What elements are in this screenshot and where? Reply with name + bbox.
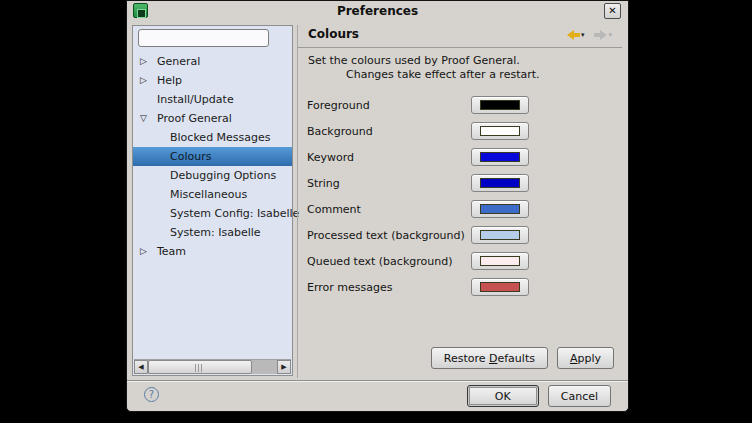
collapse-arrow-icon[interactable]: ▽	[140, 109, 152, 128]
preferences-tree-panel: ▷ General ▷ Help Install/Update ▽ Proof …	[132, 25, 293, 376]
horizontal-scrollbar[interactable]: ◀ ▶	[134, 359, 291, 374]
colour-swatch	[480, 230, 520, 240]
tree-item-general[interactable]: ▷ General	[133, 52, 292, 71]
screen-background: Preferences ✕ ▷ General ▷ Help Install/U…	[0, 0, 752, 423]
scroll-left-icon[interactable]: ◀	[134, 360, 148, 374]
footer-separator	[127, 380, 628, 382]
comment-colour-button[interactable]	[471, 200, 529, 218]
background-colour-button[interactable]	[471, 122, 529, 140]
tree-item-proof-general[interactable]: ▽ Proof General	[133, 109, 292, 128]
expand-arrow-icon[interactable]: ▷	[140, 71, 152, 90]
scrollbar-thumb[interactable]	[148, 360, 252, 374]
restore-defaults-button[interactable]: Restore Defaults	[431, 347, 548, 369]
tree-item-debugging-options[interactable]: Debugging Options	[133, 166, 292, 185]
colour-swatch	[480, 282, 520, 292]
filter-input[interactable]	[138, 29, 269, 47]
page-navigation: ▾ ▾	[567, 30, 612, 40]
scroll-right-icon[interactable]: ▶	[277, 360, 291, 374]
colour-row-keyword: Keyword	[307, 148, 529, 166]
apply-button[interactable]: Apply	[557, 347, 614, 369]
tree-item-system-isabelle[interactable]: System: Isabelle	[133, 223, 292, 242]
expand-arrow-icon[interactable]: ▷	[140, 242, 152, 261]
queued-text-colour-button[interactable]	[471, 252, 529, 270]
back-dropdown-icon[interactable]: ▾	[581, 32, 585, 39]
processed-text-colour-button[interactable]	[471, 226, 529, 244]
help-icon[interactable]: ?	[144, 387, 159, 402]
back-button[interactable]: ▾	[567, 30, 585, 40]
page-title: Colours	[308, 27, 359, 41]
close-icon[interactable]: ✕	[604, 3, 621, 19]
colour-settings-list: Foreground Background Keyword	[307, 96, 529, 304]
app-window-icon	[133, 3, 148, 18]
window-title: Preferences	[127, 1, 628, 21]
ok-button[interactable]: OK	[467, 385, 539, 407]
forward-dropdown-icon[interactable]: ▾	[608, 32, 612, 39]
colour-swatch	[480, 152, 520, 162]
tree-item-blocked-messages[interactable]: Blocked Messages	[133, 128, 292, 147]
colour-row-queued-text: Queued text (background)	[307, 252, 529, 270]
dialog-buttons: OK Cancel	[467, 385, 611, 407]
colour-row-processed-text: Processed text (background)	[307, 226, 529, 244]
forward-button[interactable]: ▾	[594, 30, 612, 40]
error-messages-colour-button[interactable]	[471, 278, 529, 296]
page-action-buttons: Restore Defaults Apply	[431, 347, 614, 369]
colour-swatch	[480, 126, 520, 136]
tree-item-miscellaneous[interactable]: Miscellaneous	[133, 185, 292, 204]
colour-swatch	[480, 204, 520, 214]
header-separator	[298, 47, 622, 48]
colours-preference-page: Colours ▾ ▾	[297, 25, 622, 378]
preferences-tree: ▷ General ▷ Help Install/Update ▽ Proof …	[133, 52, 292, 261]
colour-swatch	[480, 178, 520, 188]
forward-arrow-icon	[594, 30, 607, 40]
string-colour-button[interactable]	[471, 174, 529, 192]
colour-row-foreground: Foreground	[307, 96, 529, 114]
tree-item-system-config-isabelle[interactable]: System Config: Isabelle	[133, 204, 292, 223]
colour-swatch	[480, 100, 520, 110]
colour-swatch	[480, 256, 520, 266]
title-bar[interactable]: Preferences ✕	[127, 1, 628, 21]
colour-row-background: Background	[307, 122, 529, 140]
back-arrow-icon	[567, 30, 580, 40]
colour-row-string: String	[307, 174, 529, 192]
foreground-colour-button[interactable]	[471, 96, 529, 114]
tree-item-help[interactable]: ▷ Help	[133, 71, 292, 90]
preferences-dialog: Preferences ✕ ▷ General ▷ Help Install/U…	[126, 0, 629, 412]
page-description: Set the colours used by Proof General. C…	[308, 54, 540, 82]
expand-arrow-icon[interactable]: ▷	[140, 52, 152, 71]
cancel-button[interactable]: Cancel	[548, 385, 611, 407]
tree-item-team[interactable]: ▷ Team	[133, 242, 292, 261]
tree-item-install-update[interactable]: Install/Update	[133, 90, 292, 109]
colour-row-error-messages: Error messages	[307, 278, 529, 296]
keyword-colour-button[interactable]	[471, 148, 529, 166]
colour-row-comment: Comment	[307, 200, 529, 218]
tree-item-colours[interactable]: Colours	[133, 147, 292, 166]
